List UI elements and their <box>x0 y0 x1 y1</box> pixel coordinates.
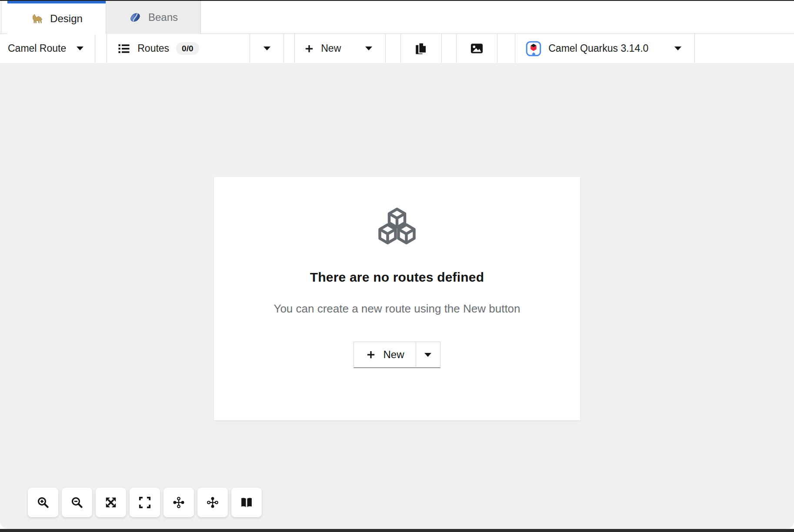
window-bottom-border <box>0 529 794 532</box>
dsl-selector-button[interactable]: Camel Route <box>0 34 95 63</box>
tab-beans[interactable]: Beans <box>106 1 201 34</box>
chevron-down-icon <box>264 47 270 50</box>
chevron-down-icon <box>77 47 83 50</box>
new-route-button[interactable]: New <box>294 34 386 63</box>
canvas-controls-toolbar <box>28 488 262 517</box>
new-route-split-button: New <box>354 342 440 368</box>
horizontal-layout-button[interactable] <box>163 488 194 517</box>
routes-dropdown-toggle[interactable] <box>250 34 284 63</box>
zoom-out-icon <box>70 496 83 509</box>
chevron-down-icon <box>424 353 431 357</box>
tab-design-label: Design <box>50 13 83 24</box>
runtime-selector-button[interactable]: Camel Quarkus 3.14.0 <box>515 34 695 63</box>
chevron-down-icon <box>674 47 681 50</box>
expand-arrows-icon <box>104 496 117 509</box>
expand-arrows-button[interactable] <box>96 488 126 517</box>
routes-label: Routes <box>137 43 169 54</box>
export-image-button[interactable] <box>456 34 497 63</box>
empty-state-title: There are no routes defined <box>214 270 580 285</box>
chevron-down-icon <box>365 47 372 50</box>
new-route-label: New <box>321 43 341 54</box>
copy-source-button[interactable] <box>400 34 442 63</box>
documentation-book-icon <box>240 496 253 509</box>
copy-icon <box>414 42 428 55</box>
routes-flows-list-button[interactable]: Routes 0/0 <box>107 34 250 63</box>
zoom-in-icon <box>37 496 50 509</box>
list-icon <box>117 42 130 55</box>
fit-to-screen-button[interactable] <box>130 488 160 517</box>
design-toolbar: Camel Route Routes 0/0 New <box>0 34 794 63</box>
quarkus-icon <box>526 41 541 57</box>
plus-icon <box>365 349 377 360</box>
horizontal-layout-icon <box>172 496 185 509</box>
design-canvas[interactable]: There are no routes defined You can crea… <box>0 63 794 529</box>
cubes-icon <box>214 207 580 245</box>
plus-icon <box>304 43 315 54</box>
bean-icon <box>129 11 142 24</box>
routes-count-badge: 0/0 <box>176 42 199 55</box>
zoom-out-button[interactable] <box>62 488 92 517</box>
new-route-dropdown-toggle[interactable] <box>416 342 440 368</box>
vertical-layout-button[interactable] <box>197 488 228 517</box>
tab-beans-label: Beans <box>148 12 178 23</box>
empty-state-description: You can create a new route using the New… <box>214 302 580 316</box>
empty-state-card: There are no routes defined You can crea… <box>214 177 580 420</box>
zoom-in-button[interactable] <box>28 488 58 517</box>
new-route-primary-label: New <box>383 349 404 361</box>
tab-design[interactable]: Design <box>7 1 106 34</box>
camel-icon <box>30 12 43 25</box>
tab-bar: Design Beans <box>0 1 794 34</box>
runtime-selector-label: Camel Quarkus 3.14.0 <box>548 43 648 54</box>
image-icon <box>470 42 484 55</box>
vertical-layout-icon <box>206 496 219 509</box>
dsl-selector-label: Camel Route <box>8 43 66 54</box>
new-route-primary-button[interactable]: New <box>354 342 416 368</box>
documentation-button[interactable] <box>231 488 262 517</box>
fit-to-screen-icon <box>138 496 151 509</box>
